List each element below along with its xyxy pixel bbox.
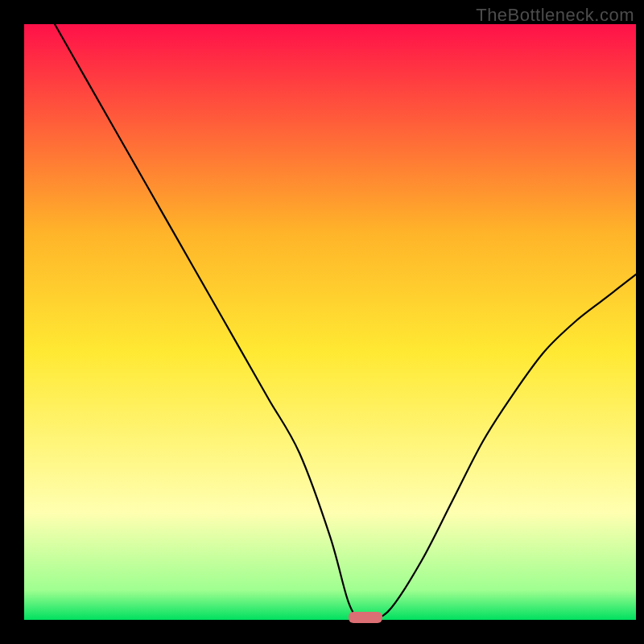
watermark-text: TheBottleneck.com (476, 5, 634, 26)
plot-area (24, 24, 636, 620)
chart-frame: TheBottleneck.com (0, 0, 644, 644)
plot-svg (24, 24, 636, 620)
optimal-range-marker (349, 612, 382, 623)
gradient-background (24, 24, 636, 620)
